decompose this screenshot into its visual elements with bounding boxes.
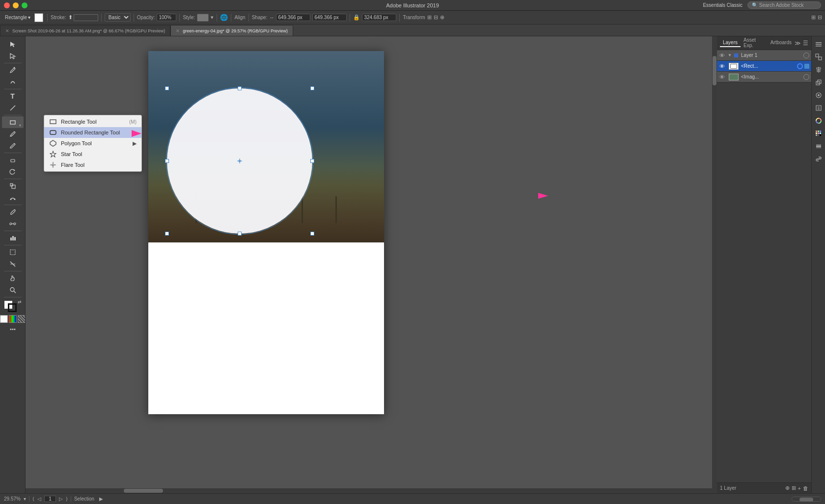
delete-layer-btn[interactable]: 🗑 (803, 485, 808, 491)
ctx-polygon-tool[interactable]: Polygon Tool ▶ (44, 138, 141, 149)
blend-tool[interactable] (2, 218, 24, 230)
rect-visibility[interactable]: 👁 (718, 63, 726, 69)
next-page-btn2[interactable]: ⟩ (66, 496, 68, 502)
prev-page-btn[interactable]: ⟨ (32, 496, 34, 502)
handle-bl[interactable] (165, 232, 169, 236)
links-icon[interactable] (813, 153, 825, 165)
selection-tool[interactable] (2, 38, 24, 50)
style-swatch[interactable] (197, 14, 209, 22)
make-layer-btn[interactable]: ⊞ (792, 485, 796, 491)
stroke-weight[interactable] (74, 14, 98, 21)
type-tool[interactable]: T (2, 90, 24, 102)
v-scroll-thumb[interactable] (713, 56, 716, 85)
panel-menu-btn[interactable]: ☰ (803, 40, 808, 47)
slice-tool[interactable] (2, 258, 24, 270)
panel-more-btn[interactable]: ≫ (795, 40, 801, 47)
brush-dropdown[interactable]: Basic (105, 13, 131, 22)
gradient-btn[interactable] (9, 315, 17, 323)
handle-bm[interactable] (238, 232, 242, 236)
eyedropper-tool[interactable] (2, 206, 24, 218)
stroke-panel-icon[interactable] (813, 140, 825, 152)
rotate-tool[interactable] (2, 166, 24, 178)
layer1-visibility[interactable]: 👁 (718, 53, 726, 58)
handle-tm[interactable] (238, 86, 242, 90)
scale-tool[interactable] (2, 180, 24, 192)
search-stock[interactable]: 🔍 Search Adobe Stock (747, 1, 821, 9)
img-visibility[interactable]: 👁 (718, 74, 726, 80)
warp-tool[interactable] (2, 192, 24, 204)
paintbrush-tool[interactable] (2, 128, 24, 140)
handle-tr[interactable] (310, 86, 314, 90)
pathfinder-icon[interactable] (813, 77, 825, 88)
tab-artboards[interactable]: Artboards (768, 39, 795, 47)
layer1-expand[interactable]: ▼ (728, 53, 732, 57)
minimize-button[interactable] (13, 2, 19, 8)
scroll-indicator[interactable] (792, 497, 821, 502)
fill-color[interactable] (34, 13, 43, 22)
direct-selection-tool[interactable] (2, 50, 24, 62)
handle-mr[interactable] (310, 159, 314, 163)
tab-1[interactable]: ✕ green-energy-04.jpg* @ 29.57% (RGB/GPU… (170, 25, 293, 36)
ctx-flare-tool[interactable]: Flare Tool (44, 159, 141, 170)
pen-tool[interactable] (2, 64, 24, 76)
transform-icon3[interactable]: ⊕ (440, 14, 444, 21)
column-chart-tool[interactable] (2, 232, 24, 244)
handle-br[interactable] (310, 232, 314, 236)
swatches-icon[interactable] (813, 128, 825, 139)
fullscreen-button[interactable] (22, 2, 28, 8)
globe-icon[interactable]: 🌐 (220, 14, 228, 21)
properties-icon[interactable] (813, 38, 825, 50)
vertical-scrollbar[interactable] (712, 36, 717, 493)
height-input[interactable] (312, 14, 347, 21)
workspace-selector[interactable]: Essentials Classic (703, 2, 742, 8)
zoom-arrow[interactable]: ▾ (24, 496, 26, 502)
tab-close-0[interactable]: ✕ (5, 28, 9, 33)
transform-panel-icon[interactable] (813, 51, 825, 63)
stroke-color-box[interactable] (8, 303, 17, 312)
ctx-rounded-rect-tool[interactable]: Rounded Rectangle Tool (44, 127, 141, 138)
shape-tool[interactable]: ▼ (2, 116, 24, 128)
horizontal-scrollbar[interactable] (26, 488, 717, 493)
opacity-input[interactable]: 100% (157, 14, 176, 21)
make-clipping-btn[interactable]: ⊕ (785, 485, 790, 491)
page-input[interactable]: 1 (44, 496, 56, 502)
artboard-tool[interactable] (2, 246, 24, 258)
play-btn[interactable]: ▶ (99, 496, 103, 502)
layer-1-row[interactable]: 👁 ▼ Layer 1 (717, 50, 811, 61)
handle-tl[interactable] (165, 86, 169, 90)
swap-colors[interactable]: ⇄ (18, 299, 22, 304)
arrange-icon2[interactable]: ⊟ (818, 14, 822, 21)
eraser-tool[interactable] (2, 154, 24, 166)
line-tool[interactable] (2, 102, 24, 114)
ctx-rectangle-tool[interactable]: Rectangle Tool (M) (44, 116, 141, 127)
more-tools-btn[interactable] (9, 326, 16, 334)
curvature-tool[interactable] (2, 76, 24, 88)
next-page-btn[interactable]: ▷ (59, 496, 63, 502)
transform-icon1[interactable]: ⊞ (427, 14, 432, 21)
align-panel-icon[interactable] (813, 64, 825, 76)
img-layer-row[interactable]: 👁 <Imag... (717, 72, 811, 82)
color-fill-btn[interactable] (0, 315, 8, 323)
rect-layer-row[interactable]: 👁 <Rect... (717, 61, 811, 72)
circle-container[interactable] (167, 88, 312, 234)
prev-page-btn2[interactable]: ◁ (37, 496, 41, 502)
zoom-tool[interactable] (2, 284, 24, 296)
none-btn[interactable] (18, 315, 26, 323)
tab-close-1[interactable]: ✕ (176, 28, 180, 33)
transform-icon2[interactable]: ⊟ (434, 14, 438, 21)
tab-asset-export[interactable]: Asset Exp. (741, 36, 768, 50)
handle-ml[interactable] (165, 159, 169, 163)
width-input[interactable] (276, 14, 310, 21)
hand-tool[interactable] (2, 272, 24, 284)
color-panel-icon[interactable] (813, 115, 825, 127)
tab-0[interactable]: ✕ Screen Shot 2019-06-26 at 11.26.36 AM.… (0, 25, 170, 36)
ctx-star-tool[interactable]: Star Tool (44, 149, 141, 159)
appearance-icon[interactable] (813, 89, 825, 101)
arrange-icon1[interactable]: ⊞ (811, 14, 816, 21)
h-scroll-thumb[interactable] (124, 489, 163, 493)
tab-layers[interactable]: Layers (720, 39, 741, 47)
pencil-tool[interactable] (2, 140, 24, 152)
lock-ratio-icon[interactable]: 🔒 (353, 14, 360, 21)
coord-input[interactable] (362, 14, 396, 21)
close-button[interactable] (4, 2, 10, 8)
